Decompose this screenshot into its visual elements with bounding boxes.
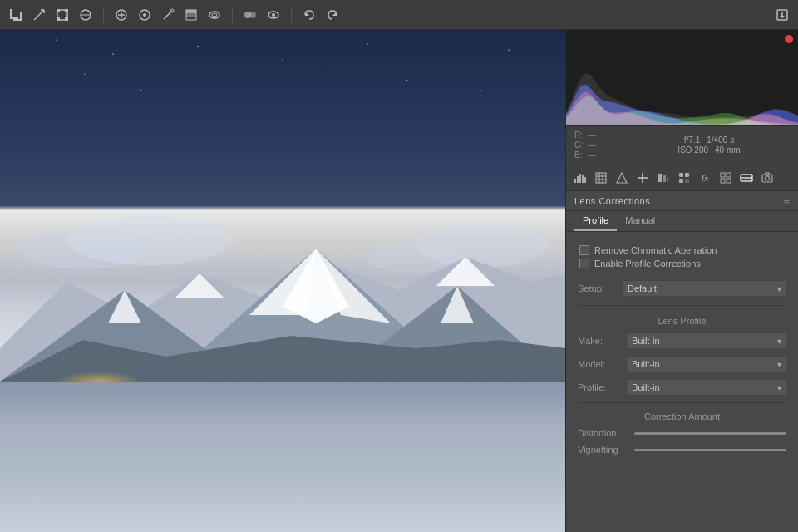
lens-overlay-icon[interactable] bbox=[76, 6, 95, 24]
svg-rect-8 bbox=[57, 9, 60, 12]
svg-rect-64 bbox=[642, 173, 643, 183]
rgb-values: R: — G: — B: — bbox=[574, 131, 620, 160]
vignetting-label: Vignetting bbox=[578, 445, 628, 455]
tone-module-icon[interactable] bbox=[613, 169, 631, 187]
panel-body[interactable]: Remove Chromatic Aberration Enable Profi… bbox=[566, 232, 798, 532]
vignetting-fill bbox=[634, 449, 786, 451]
svg-rect-72 bbox=[721, 173, 725, 177]
svg-rect-69 bbox=[685, 173, 689, 177]
radial-filter-icon[interactable] bbox=[205, 6, 224, 24]
transform-icon[interactable] bbox=[53, 6, 71, 24]
vignetting-track[interactable] bbox=[634, 449, 786, 451]
profile-label: Profile: bbox=[578, 382, 619, 392]
profile-select-wrapper: Built-in bbox=[626, 379, 786, 396]
b-value: — bbox=[588, 150, 596, 160]
b-label: B: bbox=[574, 150, 584, 160]
remove-ca-row: Remove Chromatic Aberration bbox=[579, 244, 785, 257]
lens-corrections-module-icon[interactable] bbox=[737, 169, 756, 187]
svg-rect-10 bbox=[65, 17, 68, 21]
detail-module-icon[interactable] bbox=[717, 169, 735, 187]
distortion-fill bbox=[634, 432, 786, 435]
panel-title: Lens Corrections bbox=[574, 196, 650, 206]
focal-value: 40 mm bbox=[715, 145, 741, 155]
svg-marker-34 bbox=[780, 16, 785, 18]
grid-module-icon[interactable] bbox=[592, 169, 610, 187]
svg-rect-75 bbox=[727, 179, 731, 183]
setup-row: Setup: Default Auto Custom bbox=[566, 275, 798, 302]
panel-menu-icon[interactable]: ≡ bbox=[783, 195, 790, 207]
right-panel: R: — G: — B: — f/7.1 1/400 s ISO 2 bbox=[565, 30, 798, 532]
setup-select[interactable]: Default Auto Custom bbox=[622, 280, 786, 297]
svg-rect-22 bbox=[186, 10, 196, 13]
clone-icon[interactable] bbox=[135, 6, 154, 24]
svg-rect-0 bbox=[10, 9, 12, 17]
red-eye-icon[interactable] bbox=[264, 6, 283, 24]
mountain-illustration bbox=[0, 215, 565, 382]
svg-rect-67 bbox=[667, 177, 668, 182]
main-area: R: — G: — B: — f/7.1 1/400 s ISO 2 bbox=[0, 30, 798, 532]
heal-icon[interactable] bbox=[112, 6, 131, 24]
tab-manual[interactable]: Manual bbox=[617, 211, 663, 231]
color-module-icon[interactable] bbox=[675, 169, 693, 187]
svg-rect-65 bbox=[658, 174, 662, 182]
svg-rect-57 bbox=[596, 173, 606, 183]
photo-canvas bbox=[0, 30, 565, 532]
tab-profile[interactable]: Profile bbox=[574, 211, 617, 231]
distortion-label: Distortion bbox=[578, 428, 628, 438]
distortion-row: Distortion bbox=[566, 425, 798, 441]
histogram-module-icon[interactable] bbox=[571, 169, 589, 187]
setup-select-wrapper: Default Auto Custom bbox=[622, 280, 786, 297]
separator3 bbox=[291, 7, 292, 23]
svg-point-29 bbox=[272, 13, 275, 17]
svg-rect-66 bbox=[663, 175, 666, 182]
iso-value: ISO 200 bbox=[677, 145, 708, 155]
panel-header: Lens Corrections ≡ bbox=[566, 191, 798, 211]
divider1 bbox=[578, 305, 786, 306]
svg-rect-70 bbox=[679, 179, 683, 183]
svg-point-36 bbox=[66, 215, 233, 265]
export-icon[interactable] bbox=[773, 6, 791, 24]
model-select[interactable]: Built-in bbox=[626, 356, 786, 372]
svg-line-4 bbox=[34, 10, 44, 20]
distortion-track[interactable] bbox=[634, 432, 786, 435]
straighten-icon[interactable] bbox=[30, 6, 48, 24]
svg-marker-31 bbox=[332, 12, 337, 16]
svg-marker-30 bbox=[305, 12, 309, 16]
undo-icon[interactable] bbox=[300, 6, 318, 24]
enable-profile-checkbox[interactable] bbox=[579, 259, 589, 268]
svg-rect-73 bbox=[727, 173, 731, 177]
r-value: — bbox=[588, 131, 596, 140]
make-label: Make: bbox=[578, 336, 619, 346]
svg-rect-3 bbox=[13, 19, 22, 21]
histogram-canvas bbox=[566, 30, 798, 125]
svg-rect-1 bbox=[10, 17, 18, 19]
crop-icon[interactable] bbox=[7, 6, 25, 24]
svg-rect-52 bbox=[574, 179, 576, 183]
checkboxes-section: Remove Chromatic Aberration Enable Profi… bbox=[566, 239, 798, 275]
panel-tabs: Profile Manual bbox=[566, 211, 798, 232]
hsl-module-icon[interactable] bbox=[654, 169, 672, 187]
fx-module-icon[interactable]: fx bbox=[696, 169, 714, 187]
graduated-filter-icon[interactable] bbox=[182, 6, 200, 24]
color-range-icon[interactable] bbox=[241, 6, 259, 24]
aperture-value: f/7.1 bbox=[684, 135, 700, 145]
clipping-indicator[interactable] bbox=[785, 35, 793, 43]
g-value: — bbox=[588, 140, 596, 150]
separator2 bbox=[232, 7, 233, 23]
svg-rect-11 bbox=[57, 17, 60, 21]
brush-icon[interactable] bbox=[159, 6, 177, 24]
vignetting-row: Vignetting bbox=[566, 441, 798, 458]
enable-profile-row: Enable Profile Corrections bbox=[579, 257, 785, 270]
camera-calibration-module-icon[interactable] bbox=[758, 169, 776, 187]
camera-info: R: — G: — B: — f/7.1 1/400 s ISO 2 bbox=[566, 126, 798, 165]
svg-rect-53 bbox=[577, 176, 579, 183]
redo-icon[interactable] bbox=[323, 6, 342, 24]
svg-rect-23 bbox=[186, 13, 196, 17]
exposure-module-icon[interactable] bbox=[633, 169, 652, 187]
lens-profile-label: Lens Profile bbox=[566, 309, 798, 329]
remove-ca-checkbox[interactable] bbox=[579, 245, 589, 255]
make-select[interactable]: Built-in bbox=[626, 332, 786, 349]
profile-select[interactable]: Built-in bbox=[626, 379, 786, 396]
svg-point-27 bbox=[249, 12, 256, 18]
model-label: Model: bbox=[578, 359, 619, 369]
